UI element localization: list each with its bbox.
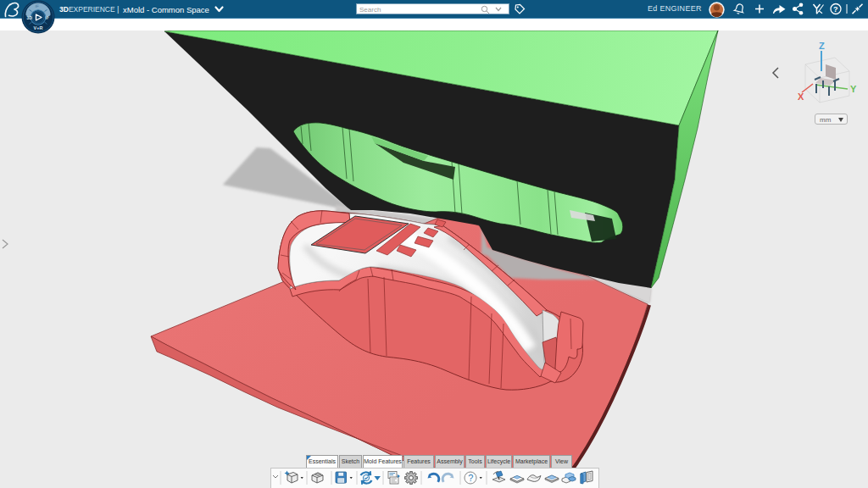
svg-text:?: ? (468, 473, 473, 483)
svg-text:IF: IF (35, 3, 39, 9)
svg-text:X: X (798, 92, 804, 102)
svg-text:Z: Z (819, 41, 825, 51)
svg-text:?: ? (833, 5, 838, 14)
svg-text:Y: Y (850, 84, 857, 94)
svg-text:3D: 3D (27, 15, 33, 20)
svg-text:V+R: V+R (34, 25, 43, 30)
